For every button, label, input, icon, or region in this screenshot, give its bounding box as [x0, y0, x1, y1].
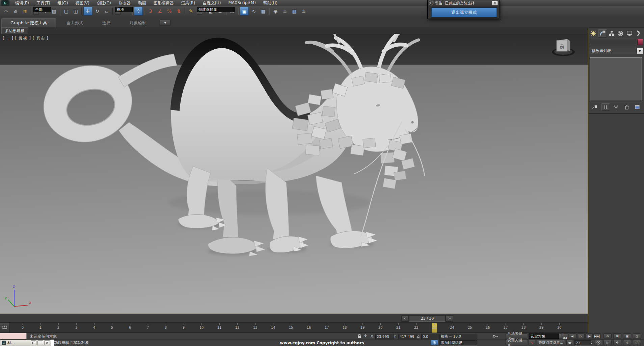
select-and-link-button[interactable]: ∞ [2, 7, 10, 16]
menu-item-2[interactable]: 组(G) [54, 0, 72, 6]
set-key-button[interactable]: 设置关键点 [506, 340, 527, 345]
ribbon-tab-graphite[interactable]: Graphite 建模工具 [1, 18, 56, 27]
y-coordinate-field[interactable]: 417.499 [398, 334, 417, 339]
angle-snap-toggle-button[interactable]: ∠ [156, 7, 164, 16]
spinner-snap-toggle-button[interactable]: ⇅ [175, 7, 183, 16]
exit-isolation-mode-button[interactable]: 退出孤立模式 [431, 8, 497, 17]
viewport[interactable]: [ + ] [ 透视 ] [ 真实 ] 前 z x y [0, 34, 588, 314]
maximize-viewport-toggle-button[interactable]: ◱ [633, 340, 641, 345]
tab-polygon-modeling[interactable]: 多边形建模 [1, 27, 28, 34]
remove-modifier-button[interactable] [622, 103, 631, 111]
zoom-all-button[interactable]: ⊞ [613, 333, 621, 339]
zoom-button[interactable]: ⊙ [603, 333, 612, 339]
go-to-start-button[interactable]: |◀◀ [561, 333, 568, 339]
dialog-close-button[interactable]: ✕ [492, 1, 498, 5]
tab-utilities[interactable] [634, 29, 643, 38]
go-to-end-button[interactable]: ▶▶| [593, 333, 601, 339]
rendered-frame-window-button[interactable]: ▥ [290, 7, 299, 16]
edit-named-selection-sets-button[interactable]: ✎ [187, 7, 195, 16]
menu-item-5[interactable]: 修改器 [115, 0, 134, 6]
tab-modify[interactable] [598, 29, 607, 38]
schematic-view-button[interactable]: ▦ [259, 7, 268, 16]
tab-motion[interactable] [616, 29, 625, 38]
menu-item-0[interactable]: 编辑(E) [11, 0, 33, 6]
render-setup-button[interactable]: ♨ [280, 7, 289, 16]
ribbon-tab-selection[interactable]: 选择 [93, 19, 119, 27]
tab-hierarchy[interactable] [607, 29, 616, 38]
tab-display[interactable] [625, 29, 634, 38]
x-coordinate-field[interactable]: 23.993 [375, 334, 394, 339]
select-and-rotate-button[interactable]: ↻ [93, 7, 102, 16]
maxscript-mini-listener[interactable] [0, 333, 27, 339]
make-unique-button[interactable] [612, 103, 620, 111]
pan-view-button[interactable]: ✛ [613, 340, 621, 345]
menu-item-9[interactable]: 自定义(U) [199, 0, 224, 6]
ribbon-overflow-button[interactable]: ▼ [160, 20, 170, 26]
next-frame-button[interactable]: |▶ [585, 333, 593, 339]
app-logo-icon[interactable]: G [1, 0, 9, 6]
previous-frame-button[interactable]: ◀| [569, 333, 576, 339]
select-and-manipulate-button[interactable]: ⇧ [134, 7, 143, 16]
window-minimize-button[interactable] [37, 340, 43, 345]
select-and-uniform-scale-button[interactable]: ▱ [102, 7, 111, 16]
absolute-mode-transform-toggle[interactable]: ✛ [364, 333, 367, 338]
tab-create[interactable] [589, 29, 598, 38]
modifier-list-dropdown[interactable]: 修改器列表 ▼ [590, 48, 643, 54]
named-selection-sets-dropdown[interactable]: 创建选择集▼ [197, 8, 202, 14]
minimized-material-editor-window[interactable]: G 材... ✕ [0, 340, 51, 346]
selection-filter-dropdown[interactable]: 全部▼ [33, 8, 39, 14]
zoom-extents-all-button[interactable]: ◳ [633, 333, 641, 339]
window-close-button[interactable]: ✕ [44, 340, 50, 345]
window-crossing-toggle-button[interactable]: ◫ [71, 7, 80, 16]
show-end-result-button[interactable] [601, 103, 610, 111]
curve-editor-button[interactable]: ∿ [249, 7, 258, 16]
dialog-title-bar[interactable]: G 警告: 已孤立的当前选择 ✕ [428, 0, 499, 6]
select-and-move-button[interactable]: ✛ [83, 7, 92, 16]
material-editor-button[interactable]: ◉ [271, 7, 280, 16]
play-animation-button[interactable]: ▷ [577, 333, 585, 339]
frame-field-spinner[interactable]: ▴ ▾ [590, 340, 593, 345]
object-name-field[interactable] [590, 39, 636, 45]
previous-frame-button[interactable]: < [401, 315, 409, 322]
next-frame-button[interactable]: > [446, 315, 453, 322]
rectangular-selection-region-button[interactable]: ▢ [62, 7, 71, 16]
bind-to-space-warp-button[interactable]: ≋ [21, 7, 29, 16]
menu-item-4[interactable]: 创建(C) [93, 0, 115, 6]
object-color-swatch[interactable] [637, 39, 643, 45]
key-filters-button[interactable]: 关键点过滤器... [537, 340, 565, 345]
add-time-tag-field[interactable]: 添加时间标记 [439, 340, 477, 346]
viewcube[interactable]: 前 [551, 36, 576, 57]
configure-modifier-sets-button[interactable] [633, 103, 642, 111]
orbit-button[interactable]: ↺ [623, 340, 631, 345]
graphite-modeling-toggle-button[interactable]: ▣ [240, 7, 249, 16]
window-restore-button[interactable] [31, 340, 36, 345]
field-of-view-button[interactable]: ▷ [603, 340, 612, 345]
menu-item-10[interactable]: MAXScript(M) [225, 0, 260, 6]
snap-toggle-3d-button[interactable]: 3 [146, 7, 155, 16]
time-configuration-button[interactable] [595, 340, 602, 345]
pin-stack-button[interactable] [590, 103, 599, 111]
menu-item-7[interactable]: 图形编辑器 [150, 0, 178, 6]
viewport-label[interactable]: [ + ] [ 透视 ] [ 真实 ] [3, 35, 49, 41]
menu-item-3[interactable]: 视图(V) [72, 0, 93, 6]
set-key-curve-button[interactable]: ∿ [529, 340, 535, 345]
zoom-extents-button[interactable]: ▣ [623, 333, 631, 339]
z-coordinate-field[interactable]: 0.0 [421, 334, 440, 339]
menu-item-8[interactable]: 渲染(R) [178, 0, 199, 6]
key-mode-dropdown[interactable]: 选定对象 ▼ [529, 333, 565, 339]
time-tag-cube-icon[interactable] [431, 340, 438, 345]
ribbon-tab-object-paint[interactable]: 对象绘制 [120, 19, 155, 27]
percent-snap-toggle-button[interactable]: % [165, 7, 174, 16]
menu-item-6[interactable]: 动画 [134, 0, 150, 6]
key-mode-toggle-button[interactable]: ◀▶ [566, 340, 573, 345]
modifier-stack-list[interactable] [590, 57, 642, 100]
render-production-button[interactable]: ♨ [299, 7, 308, 16]
current-frame-field[interactable]: 23 [574, 340, 591, 346]
timeline-trackbar[interactable]: 0123456789101112131415161718192021222324… [0, 323, 588, 333]
unlink-selection-button[interactable]: ⌀ [11, 7, 20, 16]
mini-curve-editor-button[interactable] [0, 323, 10, 332]
menu-item-1[interactable]: 工具(T) [33, 0, 54, 6]
reference-coordinate-system-dropdown[interactable]: 视图▼ [115, 8, 120, 14]
ribbon-tab-freeform[interactable]: 自由形式 [57, 19, 92, 27]
menu-item-11[interactable]: 帮助(H) [260, 0, 281, 6]
